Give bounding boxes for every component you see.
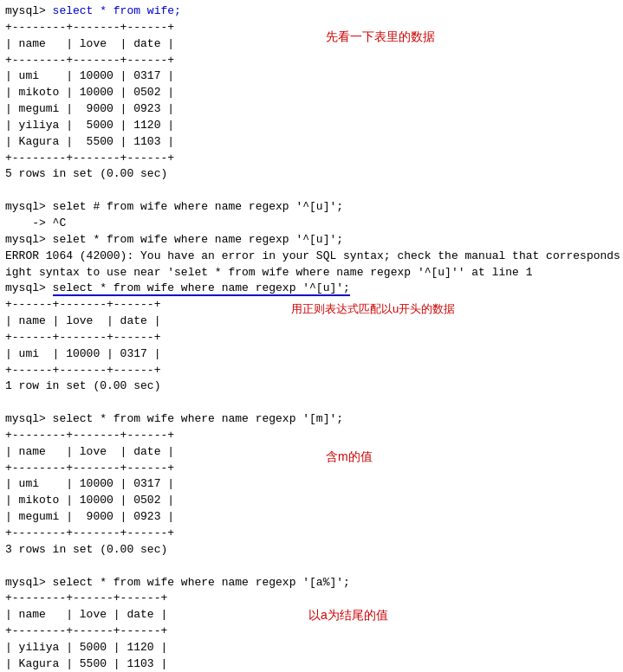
block-7: +--------+------+------+ | name | love |… [5,591,618,672]
table-row: | umi | 10000 | 0317 | [5,68,618,85]
table-row: | megumi | 9000 | 0923 | [5,101,618,118]
table-row: | yiliya | 5000 | 1120 | [5,640,618,656]
block-5: +--------+-------+------+ | name | love … [5,428,618,559]
block-2: mysql> selet # from wife where name rege… [5,199,618,297]
spacer [5,183,618,199]
line: mysql> selet # from wife where name rege… [5,199,618,216]
line: mysql> selet * from wife where name rege… [5,232,618,249]
terminal-window: mysql> select * from wife; +--------+---… [0,0,623,672]
table-border: +--------+------+------+ [5,591,618,607]
table-row: | Kagura | 5500 | 1103 | [5,134,618,151]
error-line: ERROR 1064 (42000): You have an error in… [5,249,618,265]
annotation-4: 以a为结尾的值 [308,608,388,624]
annotation-2: 用正则表达式匹配以u开头的数据 [291,301,455,317]
line: mysql> select * from wife; [5,3,618,20]
table-border: +--------+-------+------+ [5,20,618,36]
table-border: +--------+-------+------+ [5,526,618,542]
table-border: +--------+-------+------+ [5,151,618,167]
table-row: | megumi | 9000 | 0923 | [5,509,618,526]
spacer [5,559,618,575]
table-row: | Kagura | 5500 | 1103 | [5,656,618,672]
table-border: +------+-------+------+ [5,330,618,346]
table-border: +--------+-------+------+ [5,53,618,69]
error-line: ight syntax to use near 'selet * from wi… [5,265,618,281]
spacer [5,395,618,411]
block-4: mysql> select * from wife where name reg… [5,411,618,428]
result-summary: 3 rows in set (0.00 sec) [5,542,618,559]
table-border: +--------+------+------+ [5,624,618,640]
table-row: | umi | 10000 | 0317 | [5,476,618,493]
annotation-1: 先看一下表里的数据 [326,29,435,45]
line: mysql> select * from wife where name reg… [5,575,618,591]
result-summary: 5 rows in set (0.00 sec) [5,166,618,183]
line: mysql> select * from wife where name reg… [5,411,618,428]
block-6: mysql> select * from wife where name reg… [5,575,618,591]
table-border: +--------+-------+------+ [5,461,618,477]
table-header: | name | love | date | [5,36,618,53]
table-row: | umi | 10000 | 0317 | [5,346,618,363]
table-row: | mikoto | 10000 | 0502 | [5,85,618,101]
block-1: mysql> select * from wife; +--------+---… [5,3,618,183]
table-border: +------+-------+------+ [5,363,618,379]
table-border: +--------+-------+------+ [5,428,618,444]
result-summary: 1 row in set (0.00 sec) [5,378,618,395]
block-3: +------+-------+------+ | name | love | … [5,297,618,395]
line: -> ^C [5,216,618,232]
table-row: | yiliya | 5000 | 1120 | [5,118,618,134]
table-row: | mikoto | 10000 | 0502 | [5,493,618,509]
table-header: | name | love | date | [5,444,618,461]
annotation-3: 含m的值 [326,449,373,465]
line: mysql> select * from wife where name reg… [5,281,618,297]
